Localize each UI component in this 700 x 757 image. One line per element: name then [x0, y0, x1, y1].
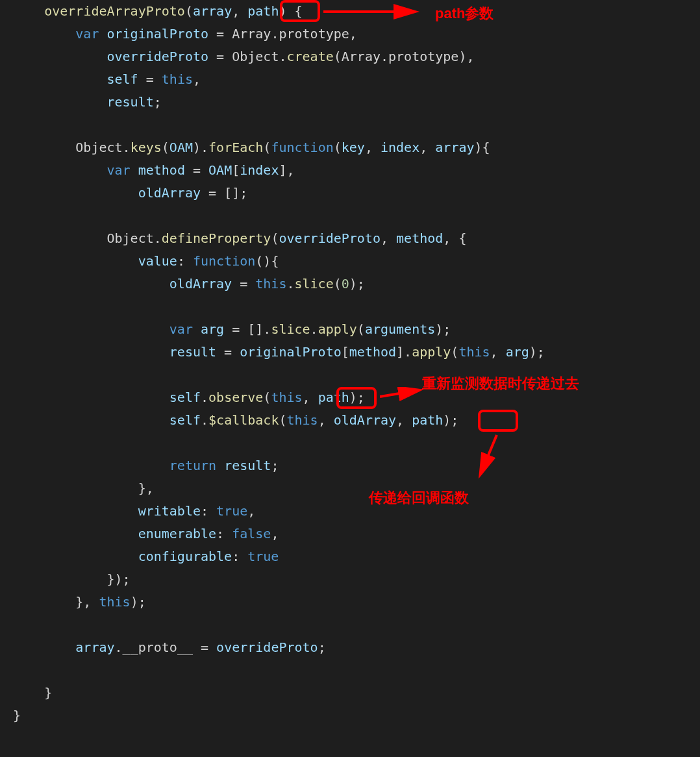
- this-keyword3: this: [458, 344, 490, 360]
- this-keyword4: this: [271, 390, 302, 405]
- method-observe: observe: [208, 390, 263, 405]
- method-apply2: apply: [412, 344, 451, 360]
- type-Object3: Object: [107, 230, 154, 246]
- var-arg: arg: [201, 321, 224, 337]
- key-value: value: [138, 253, 177, 269]
- var-overrideProto3: overrideProto: [216, 639, 318, 655]
- param-path: path: [247, 3, 279, 19]
- param-key: key: [342, 140, 365, 155]
- var-OAM2: OAM: [208, 162, 232, 178]
- var-result2: result: [169, 344, 216, 360]
- var-index: index: [240, 162, 279, 178]
- key-writable: writable: [138, 503, 201, 519]
- var-arguments: arguments: [365, 321, 435, 337]
- number-zero: 0: [342, 276, 349, 292]
- var-keyword: var: [75, 26, 99, 42]
- key-configurable: configurable: [138, 549, 232, 564]
- var-method3: method: [349, 344, 396, 360]
- var-OAM: OAM: [169, 140, 193, 155]
- var-path2: path: [412, 412, 443, 428]
- var-originalProto2: originalProto: [240, 344, 342, 360]
- type-Array: Array: [232, 26, 271, 42]
- param-array2: array: [435, 140, 474, 155]
- var-arg2: arg: [506, 344, 529, 360]
- var-oldArray: oldArray: [138, 185, 201, 201]
- method-forEach: forEach: [208, 140, 263, 155]
- type-Array2: Array: [342, 49, 381, 64]
- var-method: method: [138, 162, 185, 178]
- function-keyword: function: [271, 140, 333, 155]
- bool-true2: true: [247, 549, 279, 564]
- var-result: result: [107, 94, 154, 110]
- prop-proto: __proto__: [123, 639, 193, 655]
- prop-prototype2: prototype: [388, 49, 458, 64]
- method-defineProperty: defineProperty: [162, 230, 271, 246]
- var-array: array: [75, 639, 114, 655]
- param-array: array: [193, 3, 232, 19]
- var-overrideProto2: overrideProto: [279, 230, 381, 246]
- var-overrideProto: overrideProto: [107, 49, 209, 64]
- type-Object2: Object: [75, 140, 122, 155]
- var-oldArray2: oldArray: [169, 276, 232, 292]
- var-path: path: [318, 390, 349, 405]
- var-keyword2: var: [107, 162, 131, 178]
- prop-prototype: prototype: [279, 26, 349, 42]
- return-keyword: return: [169, 458, 216, 473]
- method-slice2: slice: [271, 321, 310, 337]
- method-callback: $callback: [208, 412, 279, 428]
- type-Object: Object: [232, 49, 279, 64]
- method-apply: apply: [318, 321, 357, 337]
- code-block: overrideArrayProto(array, path) { var or…: [0, 0, 700, 727]
- this-keyword6: this: [99, 594, 130, 610]
- var-self: self: [107, 71, 138, 87]
- param-index: index: [381, 140, 419, 155]
- var-keyword3: var: [169, 321, 193, 337]
- method-slice: slice: [295, 276, 334, 292]
- var-originalProto: originalProto: [107, 26, 209, 42]
- var-self3: self: [169, 412, 201, 428]
- var-method2: method: [396, 230, 443, 246]
- this-keyword: this: [162, 71, 193, 87]
- bool-false: false: [232, 526, 271, 541]
- function-keyword2: function: [193, 253, 255, 269]
- var-oldArray3: oldArray: [334, 412, 396, 428]
- key-enumerable: enumerable: [138, 526, 216, 541]
- var-self2: self: [169, 390, 201, 405]
- function-name: overrideArrayProto: [44, 3, 185, 19]
- var-result3: result: [224, 458, 271, 473]
- bool-true: true: [216, 503, 247, 519]
- this-keyword5: this: [286, 412, 318, 428]
- this-keyword2: this: [255, 276, 286, 292]
- method-keys: keys: [131, 140, 162, 155]
- method-create: create: [286, 49, 333, 64]
